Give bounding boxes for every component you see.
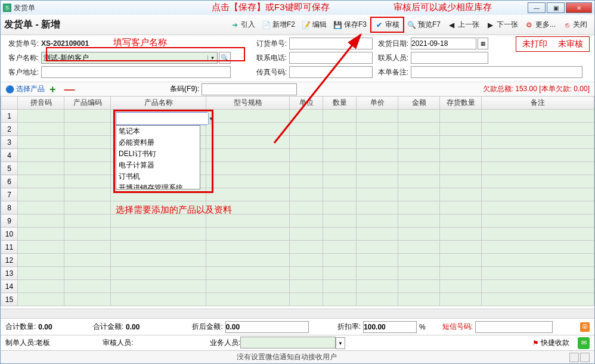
calendar-icon[interactable]: ▦ (478, 38, 488, 49)
porder-input[interactable] (289, 38, 373, 49)
cell[interactable] (440, 280, 482, 293)
cell[interactable] (64, 149, 111, 162)
cell[interactable] (18, 136, 64, 149)
cell[interactable] (482, 149, 594, 162)
preview-button[interactable]: 🔍预览F7 (404, 18, 444, 32)
cell[interactable] (357, 123, 398, 136)
discount-amt-input[interactable] (225, 321, 309, 333)
cell[interactable] (357, 293, 398, 306)
cell[interactable] (206, 254, 290, 267)
cell[interactable] (482, 241, 594, 254)
cell[interactable] (18, 228, 64, 241)
cell[interactable] (482, 254, 594, 267)
cell[interactable] (111, 188, 206, 201)
cell[interactable] (290, 228, 323, 241)
cell[interactable] (440, 254, 482, 267)
table-row[interactable]: 3 (1, 136, 594, 149)
cell[interactable] (290, 214, 323, 228)
cell[interactable] (398, 228, 440, 241)
cell[interactable] (290, 267, 323, 280)
contact-input[interactable] (411, 52, 488, 64)
status-btn1[interactable] (569, 353, 579, 362)
cell[interactable] (206, 267, 290, 280)
col-1[interactable]: 产品编码 (64, 97, 111, 110)
col-9[interactable]: 备注 (482, 97, 594, 110)
phone-input[interactable] (289, 52, 373, 64)
date-input[interactable] (411, 38, 476, 49)
cell[interactable] (482, 214, 594, 228)
cell[interactable] (18, 188, 64, 201)
cell[interactable] (482, 201, 594, 214)
dropdown-arrow-icon[interactable]: ▼ (208, 113, 213, 125)
table-row[interactable]: 4 (1, 149, 594, 162)
table-row[interactable]: 8 (1, 201, 594, 214)
cell[interactable] (290, 175, 323, 188)
product-dropdown-list[interactable]: 笔记本必能资料册DELI订书钉电子计算器订书机开博进销存管理系统开博送货单管理软… (116, 125, 200, 189)
table-row[interactable]: 5 (1, 162, 594, 175)
cell[interactable] (323, 214, 357, 228)
cell[interactable] (398, 162, 440, 175)
rss-icon[interactable]: ⦿ (580, 322, 590, 332)
cell[interactable] (357, 110, 398, 123)
cell[interactable] (64, 201, 111, 214)
more-button[interactable]: ⚙更多... (522, 18, 559, 32)
cell[interactable] (398, 175, 440, 188)
cell[interactable] (290, 162, 323, 175)
cell[interactable] (290, 280, 323, 293)
cell[interactable] (64, 293, 111, 306)
cell[interactable] (398, 254, 440, 267)
cell[interactable] (440, 201, 482, 214)
cell[interactable] (482, 162, 594, 175)
close-button[interactable]: ⎋关闭 (559, 18, 591, 32)
cell[interactable] (357, 241, 398, 254)
cell[interactable] (206, 293, 290, 306)
cell[interactable] (323, 254, 357, 267)
table-row[interactable]: 6 (1, 175, 594, 188)
cell[interactable] (482, 136, 594, 149)
table-row[interactable]: 10 (1, 228, 594, 241)
cell[interactable] (323, 267, 357, 280)
cell[interactable] (482, 110, 594, 123)
cell[interactable] (206, 175, 290, 188)
col-6[interactable]: 单价 (357, 97, 398, 110)
cell[interactable] (206, 162, 290, 175)
cell[interactable] (18, 110, 64, 123)
cell[interactable] (18, 123, 64, 136)
cell[interactable] (18, 254, 64, 267)
remove-row-button[interactable]: — (64, 84, 75, 95)
cell[interactable] (290, 136, 323, 149)
col-5[interactable]: 数量 (323, 97, 357, 110)
close-window-button[interactable]: ✕ (566, 2, 592, 13)
cell[interactable] (323, 162, 357, 175)
cell[interactable] (440, 175, 482, 188)
product-name-cell-editor[interactable]: ▼ (116, 112, 207, 125)
cell[interactable] (440, 241, 482, 254)
cell[interactable] (440, 267, 482, 280)
col-2[interactable]: 产品名称 (111, 97, 206, 110)
cell[interactable] (323, 149, 357, 162)
cell[interactable] (290, 110, 323, 123)
next-button[interactable]: ▶下一张 (483, 18, 522, 32)
cell[interactable] (290, 201, 323, 214)
cust-addr-input[interactable] (41, 66, 231, 78)
cell[interactable] (206, 241, 290, 254)
cell[interactable] (206, 188, 290, 201)
biz-person-input[interactable] (240, 337, 336, 349)
cell[interactable] (323, 241, 357, 254)
cell[interactable] (111, 214, 206, 228)
dropdown-item[interactable]: 必能资料册 (116, 137, 200, 148)
cell[interactable] (440, 214, 482, 228)
cell[interactable] (357, 267, 398, 280)
table-row[interactable]: 12 (1, 254, 594, 267)
cell[interactable] (64, 123, 111, 136)
cell[interactable] (64, 175, 111, 188)
cell[interactable] (398, 241, 440, 254)
cell[interactable] (440, 188, 482, 201)
cell[interactable] (206, 280, 290, 293)
select-product-link[interactable]: 🔵 选择产品 (5, 84, 45, 94)
customer-search-button[interactable]: 🔍 (219, 52, 231, 64)
cell[interactable] (357, 188, 398, 201)
cell[interactable] (64, 254, 111, 267)
table-row[interactable]: 2 (1, 123, 594, 136)
cell[interactable] (398, 110, 440, 123)
